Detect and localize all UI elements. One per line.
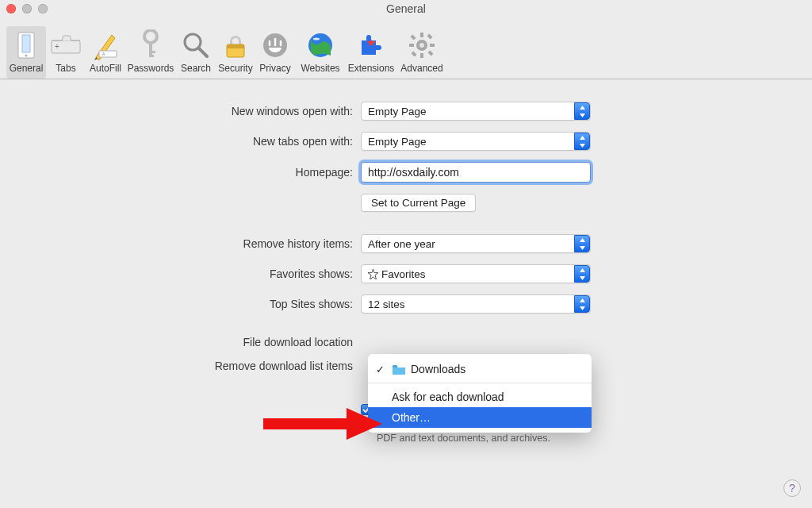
tab-advanced[interactable]: Advanced <box>396 26 447 79</box>
svg-rect-29 <box>393 365 397 368</box>
window-zoom-button[interactable] <box>38 4 48 13</box>
favorites-label: Favorites shows: <box>0 267 361 280</box>
favorites-value: Favorites <box>368 268 426 280</box>
svg-rect-20 <box>420 33 423 37</box>
window-titlebar: General <box>0 0 812 17</box>
tab-extensions[interactable]: Extensions <box>346 26 396 79</box>
new-windows-popup[interactable]: Empty Page <box>361 102 591 121</box>
check-icon: ✓ <box>376 364 385 375</box>
svg-rect-8 <box>149 41 152 56</box>
remove-history-popup[interactable]: After one year <box>361 234 591 253</box>
folder-icon <box>392 364 406 375</box>
menu-item-other[interactable]: Other… <box>368 407 592 428</box>
menu-item-label: Downloads <box>411 363 465 375</box>
download-location-menu: ✓ Downloads Ask for each download Other… <box>368 354 592 433</box>
svg-point-2 <box>25 55 28 57</box>
advanced-icon <box>408 29 436 61</box>
remove-history-label: Remove history items: <box>0 237 361 250</box>
menu-item-ask[interactable]: Ask for each download <box>368 387 592 407</box>
new-windows-value: Empty Page <box>368 106 427 117</box>
svg-rect-26 <box>427 33 432 39</box>
popup-stepper-icon <box>574 235 590 252</box>
tab-label: Security <box>218 63 252 74</box>
tab-tabs[interactable]: + Tabs <box>46 26 86 79</box>
svg-rect-23 <box>430 44 435 47</box>
remove-download-list-label: Remove download list items <box>0 360 361 372</box>
svg-rect-1 <box>22 35 30 52</box>
svg-rect-14 <box>227 44 244 48</box>
general-icon <box>16 29 36 61</box>
autofill-icon: A <box>91 29 120 61</box>
topsites-value: 12 sites <box>368 298 405 310</box>
tabs-icon: + <box>50 29 82 61</box>
new-tabs-value: Empty Page <box>368 136 427 148</box>
tab-general[interactable]: General <box>6 26 46 79</box>
new-tabs-label: New tabs open with: <box>0 135 361 148</box>
menu-item-label: Other… <box>392 411 431 424</box>
tab-label: AutoFill <box>90 63 121 74</box>
tab-label: General <box>10 63 44 74</box>
tab-label: Advanced <box>400 63 442 74</box>
svg-rect-22 <box>409 44 414 47</box>
svg-point-17 <box>313 38 320 40</box>
star-icon <box>368 269 378 279</box>
homepage-label: Homepage: <box>0 166 361 179</box>
svg-rect-21 <box>420 53 423 58</box>
svg-point-28 <box>419 43 424 48</box>
help-button[interactable]: ? <box>783 479 801 497</box>
svg-point-7 <box>144 30 157 43</box>
svg-rect-25 <box>427 50 433 56</box>
popup-stepper-icon <box>574 265 590 283</box>
privacy-icon <box>262 29 289 61</box>
tab-label: Privacy <box>259 63 290 74</box>
search-icon <box>182 29 210 61</box>
menu-item-label: Ask for each download <box>392 391 504 403</box>
download-location-label: File download location <box>0 336 361 348</box>
tab-label: Search <box>181 63 211 74</box>
tab-websites[interactable]: Websites <box>295 26 346 79</box>
menu-item-downloads[interactable]: ✓ Downloads <box>368 359 592 379</box>
svg-rect-10 <box>149 55 154 57</box>
set-current-page-button[interactable]: Set to Current Page <box>361 194 476 212</box>
tab-privacy[interactable]: Privacy <box>255 26 295 79</box>
new-tabs-popup[interactable]: Empty Page <box>361 132 591 151</box>
tab-label: Extensions <box>348 63 395 74</box>
tab-label: Websites <box>301 63 339 74</box>
window-title: General <box>0 2 812 15</box>
svg-rect-24 <box>410 34 416 40</box>
websites-icon <box>307 29 334 61</box>
remove-history-value: After one year <box>368 238 435 250</box>
preferences-toolbar: General + Tabs A AutoFill Passwords Sear… <box>0 17 812 79</box>
security-icon <box>224 29 247 61</box>
tab-label: Passwords <box>128 63 174 74</box>
window-close-button[interactable] <box>6 4 16 13</box>
traffic-lights <box>6 4 48 13</box>
homepage-field[interactable] <box>361 162 591 183</box>
tab-passwords[interactable]: Passwords <box>125 26 176 79</box>
topsites-popup[interactable]: 12 sites <box>361 294 591 314</box>
menu-separator <box>368 383 592 383</box>
tab-label: Tabs <box>56 63 75 74</box>
tab-autofill[interactable]: A AutoFill <box>86 26 125 79</box>
new-windows-label: New windows open with: <box>0 105 361 117</box>
tab-search[interactable]: Search <box>176 26 216 79</box>
svg-rect-9 <box>149 51 155 53</box>
svg-rect-27 <box>411 51 416 56</box>
popup-stepper-icon <box>574 102 590 120</box>
extensions-icon <box>357 29 385 61</box>
svg-text:+: + <box>55 42 59 51</box>
passwords-icon <box>140 29 162 61</box>
tab-security[interactable]: Security <box>216 26 255 79</box>
window-minimize-button[interactable] <box>22 4 32 13</box>
popup-stepper-icon <box>574 295 590 313</box>
topsites-label: Top Sites shows: <box>0 298 361 310</box>
favorites-popup[interactable]: Favorites <box>361 264 591 283</box>
svg-line-12 <box>199 48 207 56</box>
popup-stepper-icon <box>574 133 590 150</box>
